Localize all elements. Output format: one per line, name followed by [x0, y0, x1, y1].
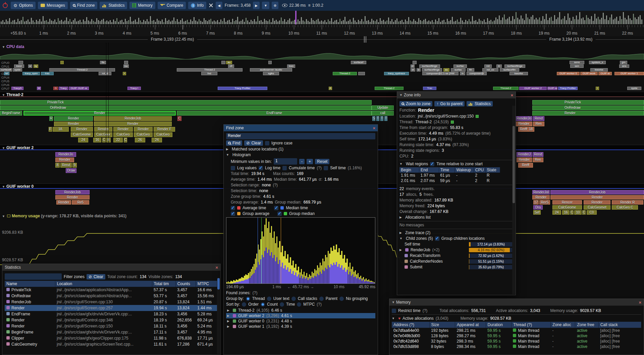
cpu-zone[interactable]: GUIF worker 1 [614, 72, 644, 75]
memory-window-titlebar[interactable]: ▼Memory× [389, 299, 644, 306]
log-time-checkbox[interactable] [259, 166, 263, 170]
cpu-zone[interactable]: tracy_sysn [22, 72, 40, 75]
zone-statistics-button[interactable]: Statistics [467, 101, 493, 106]
cpu-zone[interactable]: surfaceflin [500, 68, 519, 72]
cpu-zone[interactable]: in [460, 72, 465, 75]
timeline-zone[interactable]: 26 [135, 138, 145, 142]
timeline-zone[interactable]: 24 [152, 138, 162, 142]
close-icon[interactable]: × [215, 265, 218, 270]
cpu-zone[interactable]: + [123, 72, 126, 75]
thread-header[interactable]: ▼Thread-2 [0, 92, 644, 97]
power-icon[interactable] [3, 3, 8, 8]
cpu-zone[interactable]: w [417, 68, 421, 72]
close-icon[interactable]: × [373, 126, 375, 131]
cpu-zone[interactable]: sen [570, 64, 584, 68]
timeline-zone[interactable]: RenderJ [517, 152, 532, 157]
sort-by-radio[interactable] [261, 302, 265, 307]
timeline-zone[interactable]: Rend [533, 116, 544, 121]
timeline-zone[interactable]: RenderJo [516, 116, 532, 121]
timeline-zone[interactable]: Re5 [72, 200, 89, 205]
group-children-checkbox[interactable] [435, 236, 439, 241]
cpu-zone[interactable]: I [596, 87, 599, 90]
timeline-zone[interactable]: Render R [612, 200, 643, 205]
timeline-zone[interactable]: RenderJob [94, 116, 172, 121]
find-clear-button[interactable]: ⊘Clear [244, 140, 263, 146]
timeline-zone[interactable]: RerS [539, 200, 550, 205]
stats-table-row[interactable]: EndFramejni/../jni/src/claw/gfx/drv/vk/D… [5, 311, 218, 317]
cpu-zone[interactable]: kworke [590, 68, 608, 72]
memory-column-header[interactable]: Duration [486, 322, 511, 328]
timeline-zone[interactable]: C [177, 116, 181, 121]
timeline-zone[interactable]: Render [584, 200, 610, 205]
cpu-zone[interactable]: kw [123, 64, 129, 68]
cpu-zone[interactable]: kwor [14, 64, 24, 68]
timeline-zone[interactable]: T [380, 116, 383, 121]
timeline-zone[interactable]: 24 [78, 138, 88, 142]
prev-frame-button[interactable]: ◀ [216, 2, 222, 9]
cpu-zone[interactable]: surfaceflinge [504, 64, 525, 68]
timeline-zone[interactable]: 9 [72, 163, 77, 168]
cpu-zone[interactable]: surfacefl [0, 68, 12, 72]
timeline-zone[interactable]: S [372, 116, 375, 121]
cpu-zone[interactable]: rot [484, 64, 492, 68]
memory-column-header[interactable]: Zone alloc [551, 322, 575, 328]
timeline-zone[interactable]: Render [55, 158, 74, 162]
cpu-zone[interactable]: composer@ [467, 72, 487, 75]
memory-column-header[interactable]: Call stack [598, 322, 641, 328]
timeline-zone[interactable]: Draw [66, 168, 76, 173]
memory-column-header[interactable]: Appeared at [455, 322, 486, 328]
cpu-zone[interactable]: et [411, 68, 415, 72]
statistics-window-titlebar[interactable]: Statistics× [2, 264, 220, 271]
timeline-zone[interactable]: R [49, 116, 53, 121]
stats-column-header[interactable]: Location [55, 281, 152, 287]
messages-button[interactable]: Messages [38, 2, 68, 9]
sort-by-radio[interactable] [297, 302, 301, 307]
cpu-zone[interactable]: G [53, 87, 58, 90]
timeline-zone[interactable]: BeginFrame [0, 111, 22, 116]
cpu-zone[interactable]: Thread-2 [493, 87, 519, 90]
collapsed-triangle-icon[interactable]: ▶ [399, 216, 402, 219]
stats-table-row[interactable]: OnRedrawjni/../jni/src/claw/application/… [5, 293, 218, 299]
stats-column-header[interactable]: Name [5, 281, 55, 287]
cpu-zone[interactable]: kworke [509, 72, 528, 75]
memory-usage-header[interactable]: ▼Memory usage (y-range: 178.27 KB, visib… [2, 214, 126, 218]
find-zone-window-titlebar[interactable]: Find zone× [224, 125, 378, 131]
self-time-checkbox[interactable] [324, 166, 328, 170]
timeline-zone[interactable]: C [102, 138, 106, 142]
cpu-zone[interactable]: cfr [228, 64, 234, 68]
memory-column-header[interactable]: Address (?) [392, 322, 429, 328]
cpu-zone[interactable]: A [329, 87, 332, 90]
timeline-zone[interactable]: 16 [562, 210, 570, 215]
timeline-zone[interactable]: OnRedraw [532, 105, 644, 110]
child-zone-row[interactable]: ▶RenderJob(×2)4.16 ms (92.60%) [399, 248, 513, 252]
group-by-radio[interactable] [339, 297, 344, 301]
timeline-zone[interactable]: Render F [154, 127, 175, 132]
cpu-zone[interactable]: GUIF worker 0 [557, 72, 580, 75]
timeline-zone[interactable]: C [124, 138, 127, 142]
cpu-zone[interactable]: Thread-2 [375, 87, 404, 90]
timeline-zone[interactable]: Render [134, 127, 153, 132]
timeline-zone[interactable]: RenderJo [55, 152, 76, 157]
stats-table-row[interactable]: Renderjni/../jni/src/guif/Screen.cpp:150… [5, 323, 218, 329]
cpu-zone[interactable]: GUIF-work [580, 72, 598, 75]
min-bin-increase-button[interactable]: + [307, 159, 313, 164]
cpu-zone[interactable]: surfaceflinge [419, 64, 440, 68]
timeline-zone[interactable]: CalcGeome [552, 205, 582, 210]
timeline-zone[interactable]: RenderJob [550, 190, 644, 194]
child-zone-row[interactable]: CalcRenderNodes51.51 μs (1.15%) [399, 259, 513, 264]
timeline-zone[interactable]: 17 [533, 200, 539, 205]
cpu-data-header[interactable]: ▼CPU data [2, 44, 24, 49]
statistics-scrollbar[interactable] [217, 278, 220, 354]
legend-checkbox[interactable] [231, 206, 235, 210]
stats-table-row[interactable]: Renderjni/../jni/src/guif/Screen.cpp:257… [5, 305, 218, 311]
cpu-zone[interactable] [18, 61, 23, 64]
cpu-zone[interactable]: trac [41, 72, 54, 75]
timeline-zone[interactable]: Ren [533, 122, 544, 126]
cpu-zone[interactable]: surfaceflinge [422, 68, 442, 72]
timeline-zone[interactable]: CalcGeo [154, 132, 172, 137]
timeline-zone[interactable]: Dra [533, 205, 543, 210]
timeline-zone[interactable]: Render [113, 127, 133, 132]
cpu-zone[interactable]: composer@2.1-se (HW [422, 72, 459, 75]
ignore-case-checkbox[interactable] [265, 141, 269, 145]
cpu-zone[interactable]: sy [34, 64, 38, 68]
